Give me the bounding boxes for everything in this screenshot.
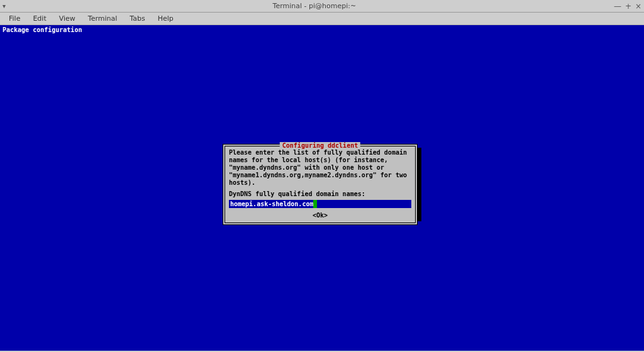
text-cursor [313,200,317,208]
maximize-icon[interactable]: + [625,2,631,11]
titlebar: ▾ Terminal - pi@homepi:~ — + × [0,0,644,13]
dialog-inner: Configuring ddclient Please enter the li… [225,146,416,223]
package-configuration-header: Package configuration [3,26,82,33]
window-controls: — + × [614,2,641,11]
dialog-title: Configuring ddclient [280,142,360,149]
domain-names-input[interactable] [229,200,411,208]
menu-help[interactable]: Help [153,13,179,24]
dialog: Configuring ddclient Please enter the li… [223,144,418,225]
menu-file[interactable]: File [4,13,25,24]
menu-edit[interactable]: Edit [28,13,51,24]
dialog-body-text: Please enter the list of fully qualified… [229,149,411,187]
menu-tabs[interactable]: Tabs [125,13,150,24]
menu-view[interactable]: View [54,13,80,24]
terminal-area[interactable]: Package configuration Configuring ddclie… [0,25,644,351]
ok-button[interactable]: <Ok> [229,212,411,219]
window-menu-icon[interactable]: ▾ [3,3,15,9]
menu-terminal[interactable]: Terminal [83,13,123,24]
close-icon[interactable]: × [635,2,641,11]
menubar: File Edit View Terminal Tabs Help [0,13,644,25]
dialog-input-wrap [229,200,411,208]
dialog-input-label: DynDNS fully qualified domain names: [229,190,411,197]
minimize-icon[interactable]: — [614,2,621,11]
window-title: Terminal - pi@homepi:~ [15,2,614,10]
